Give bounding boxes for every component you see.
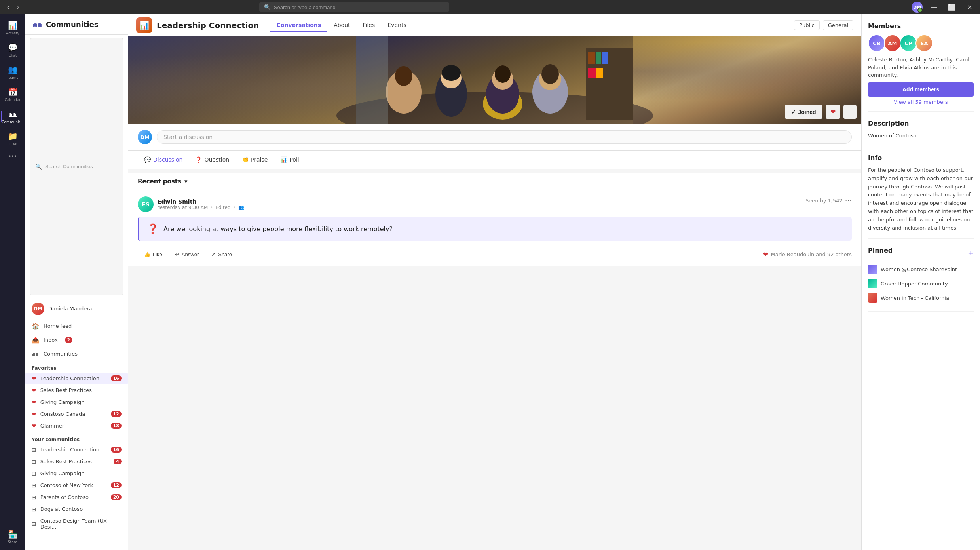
share-button[interactable]: ↗ Share bbox=[205, 249, 238, 260]
sidebar-community-design-team[interactable]: ⊞ Contoso Design Team (UX Desi... bbox=[25, 515, 128, 533]
rail-item-activity[interactable]: 📊 Activity bbox=[2, 17, 23, 38]
answer-button[interactable]: ↩ Answer bbox=[169, 249, 205, 260]
community-tabs: Conversations About Files Events bbox=[270, 19, 413, 32]
sidebar-user[interactable]: DM Daniela Mandera bbox=[25, 299, 128, 319]
close-button[interactable]: ✕ bbox=[964, 3, 975, 12]
seen-count: Seen by 1,542 bbox=[805, 198, 843, 204]
rail-item-teams[interactable]: 👥 Teams bbox=[2, 62, 23, 82]
sidebar-community-dogs[interactable]: ⊞ Dogs at Contoso bbox=[25, 503, 128, 515]
sidebar-nav-home-feed[interactable]: 🏠 Home feed bbox=[25, 319, 128, 333]
sidebar-community-new-york[interactable]: ⊞ Contoso of New York 12 bbox=[25, 480, 128, 491]
pinned-item-3[interactable]: Women in Tech - California bbox=[868, 291, 974, 305]
sidebar-nav-inbox[interactable]: 📥 Inbox 2 bbox=[25, 333, 128, 347]
post-tab-discussion[interactable]: 💬 Discussion bbox=[138, 152, 189, 167]
joined-button[interactable]: ✓ Joined bbox=[785, 105, 822, 119]
post-reactions: ❤ Marie Beaudouin and 92 others bbox=[763, 251, 852, 258]
user-avatar-titlebar[interactable]: DM bbox=[912, 2, 923, 13]
main-content: 📊 Leadership Connection Conversations Ab… bbox=[128, 14, 980, 550]
sidebar-community-giving[interactable]: ⊞ Giving Campaign bbox=[25, 468, 128, 480]
post-more-options-button[interactable]: ··· bbox=[845, 196, 852, 205]
search-icon: 🔍 bbox=[35, 164, 42, 170]
left-sidebar: 🏘 Communities 🔍 DM Daniela Mandera 🏠 Hom… bbox=[25, 14, 128, 550]
forward-button[interactable]: › bbox=[15, 3, 21, 11]
member-avatar-3: CP bbox=[900, 34, 917, 52]
svg-rect-22 bbox=[356, 36, 388, 124]
tab-about[interactable]: About bbox=[327, 19, 356, 32]
heart-icon-3: ❤ bbox=[32, 399, 36, 405]
minimize-button[interactable]: — bbox=[927, 3, 940, 11]
svg-rect-19 bbox=[602, 52, 608, 64]
info-section: Info For the people of Contoso to suppor… bbox=[868, 154, 974, 239]
sidebar-favorite-sales-best-practices[interactable]: ❤ Sales Best Practices bbox=[25, 384, 128, 396]
community-name: Leadership Connection bbox=[157, 21, 259, 30]
rail-label-calendar: Calendar bbox=[5, 98, 21, 102]
pinned-label-2: Grace Hopper Community bbox=[881, 281, 948, 287]
sidebar-community-leadership[interactable]: ⊞ Leadership Connection 16 bbox=[25, 444, 128, 456]
pinned-add-icon[interactable]: + bbox=[968, 249, 974, 257]
maximize-button[interactable]: ⬜ bbox=[945, 3, 959, 12]
filter-icon[interactable]: ☰ bbox=[846, 177, 852, 185]
like-button[interactable]: 👍 Like bbox=[138, 249, 169, 260]
fav-label-5: Glammer bbox=[40, 423, 64, 429]
answer-icon: ↩ bbox=[175, 251, 179, 257]
post-tab-poll[interactable]: 📊 Poll bbox=[274, 152, 305, 167]
recent-posts-label: Recent posts bbox=[138, 178, 181, 185]
svg-point-15 bbox=[541, 64, 559, 84]
add-members-button[interactable]: Add members bbox=[868, 82, 974, 97]
chat-icon: 💬 bbox=[8, 43, 18, 52]
public-badge[interactable]: Public bbox=[794, 20, 819, 30]
sidebar-favorite-leadership-connection[interactable]: ❤ Leadership Connection 16 bbox=[25, 373, 128, 384]
pinned-item-2[interactable]: Grace Hopper Community bbox=[868, 276, 974, 291]
favorites-section-title: Favorites bbox=[25, 361, 128, 373]
svg-rect-17 bbox=[588, 52, 595, 64]
inbox-icon: 📥 bbox=[32, 336, 40, 344]
community-grid-icon-2: ⊞ bbox=[32, 459, 36, 465]
sidebar-favorite-constoso-canada[interactable]: ❤ Constoso Canada 12 bbox=[25, 408, 128, 420]
center-column: 📊 Leadership Connection Conversations Ab… bbox=[128, 14, 861, 550]
rail-item-files[interactable]: 📁 Files bbox=[2, 128, 23, 149]
rail-item-more[interactable]: ••• bbox=[5, 150, 20, 162]
sidebar-community-parents[interactable]: ⊞ Parents of Contoso 20 bbox=[25, 491, 128, 503]
reaction-heart-icon: ❤ bbox=[763, 251, 768, 258]
communities-search[interactable]: 🔍 bbox=[30, 38, 123, 295]
svg-point-8 bbox=[442, 65, 461, 81]
pinned-item-1[interactable]: Women @Contoso SharePoint bbox=[868, 262, 974, 276]
back-button[interactable]: ‹ bbox=[5, 3, 11, 11]
post-tab-praise[interactable]: 👏 Praise bbox=[236, 152, 274, 167]
rail-item-chat[interactable]: 💬 Chat bbox=[2, 40, 23, 60]
post-tab-question[interactable]: ❓ Question bbox=[189, 152, 236, 167]
heart-icon-5: ❤ bbox=[32, 423, 36, 429]
recent-posts-dropdown[interactable]: Recent posts ▾ bbox=[138, 178, 187, 185]
tab-events[interactable]: Events bbox=[381, 19, 412, 32]
sidebar-nav-communities[interactable]: 🏘 Communities bbox=[25, 347, 128, 361]
general-badge[interactable]: General bbox=[823, 20, 853, 30]
rail-label-chat: Chat bbox=[8, 53, 17, 57]
sidebar-user-avatar: DM bbox=[32, 303, 44, 315]
view-all-members-link[interactable]: View all 59 members bbox=[868, 99, 974, 105]
post-author-info: Edwin Smith Yesterday at 9:30 AM • Edite… bbox=[158, 198, 244, 210]
rail-item-store[interactable]: 🏪 Store bbox=[2, 526, 23, 547]
praise-label: Praise bbox=[251, 156, 268, 163]
rail-item-communities[interactable]: 🏘 Communit... bbox=[2, 106, 23, 127]
titlebar-search-input[interactable] bbox=[274, 4, 444, 10]
communities-search-input[interactable] bbox=[45, 164, 118, 169]
sidebar-community-sales[interactable]: ⊞ Sales Best Practices 4 bbox=[25, 456, 128, 468]
post-question-text: Are we looking at ways to give people mo… bbox=[163, 225, 393, 233]
rail-item-calendar[interactable]: 📅 Calendar bbox=[2, 84, 23, 105]
tab-conversations[interactable]: Conversations bbox=[270, 19, 328, 32]
joined-label: Joined bbox=[798, 109, 816, 115]
post-edited-tag: Edited bbox=[215, 205, 230, 210]
inbox-label: Inbox bbox=[44, 337, 58, 343]
titlebar-search[interactable]: 🔍 bbox=[259, 2, 449, 12]
more-options-button[interactable]: ··· bbox=[843, 105, 857, 119]
post-input-box[interactable]: Start a discussion bbox=[157, 130, 852, 144]
post-author-avatar: ES bbox=[138, 196, 154, 212]
post-header: ES Edwin Smith Yesterday at 9:30 AM • Ed… bbox=[138, 196, 852, 212]
like-community-button[interactable]: ❤ bbox=[826, 105, 840, 119]
answer-label: Answer bbox=[182, 251, 199, 257]
tab-files[interactable]: Files bbox=[357, 19, 382, 32]
sidebar-favorite-glammer[interactable]: ❤ Glammer 18 bbox=[25, 420, 128, 432]
sidebar-favorite-giving-campaign[interactable]: ❤ Giving Campaign bbox=[25, 396, 128, 408]
community-label-4: Contoso of New York bbox=[40, 482, 93, 488]
community-label-6: Dogs at Contoso bbox=[40, 506, 83, 512]
